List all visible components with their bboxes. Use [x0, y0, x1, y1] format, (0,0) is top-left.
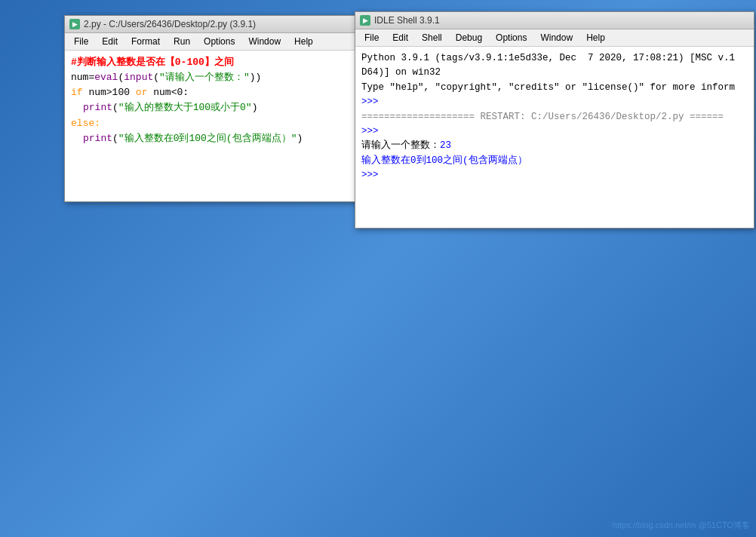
- shell-prompt-3: >>>: [361, 168, 748, 183]
- menu-file[interactable]: File: [68, 35, 94, 48]
- editor-title: 2.py - C:/Users/26436/Desktop/2.py (3.9.…: [84, 19, 256, 29]
- menu-window[interactable]: Window: [242, 35, 287, 48]
- code-line-3: if num>100 or num<0:: [71, 85, 352, 100]
- shell-menubar[interactable]: File Edit Shell Debug Options Window Hel…: [355, 29, 754, 47]
- shell-menu-window[interactable]: Window: [534, 31, 579, 44]
- shell-titlebar: ▶ IDLE Shell 3.9.1: [355, 12, 754, 29]
- shell-menu-shell[interactable]: Shell: [416, 31, 448, 44]
- shell-output-line: 输入整数在0到100之间(包含两端点）: [361, 154, 748, 168]
- code-line-5: else:: [71, 116, 352, 131]
- menu-options[interactable]: Options: [198, 35, 241, 48]
- shell-window: ▶ IDLE Shell 3.9.1 File Edit Shell Debug…: [355, 11, 754, 229]
- code-editor[interactable]: #判断输入整数是否在【0-100】之间 num=eval(input("请输入一…: [65, 51, 358, 201]
- shell-input: 请输入一个整数：23: [361, 139, 748, 153]
- menu-help[interactable]: Help: [288, 35, 319, 48]
- code-line-4: print("输入的整数大于100或小于0"): [71, 100, 352, 115]
- shell-output[interactable]: Python 3.9.1 (tags/v3.9.1:1e5d33e, Dec 7…: [355, 47, 754, 228]
- watermark: https://blog.csdn.net/m @51CTO博客: [613, 520, 750, 531]
- editor-icon: ▶: [69, 19, 80, 29]
- shell-startup-3: Type "help", "copyright", "credits" or "…: [361, 81, 748, 95]
- shell-prompt-2: >>>: [361, 124, 748, 139]
- shell-startup-1: Python 3.9.1 (tags/v3.9.1:1e5d33e, Dec 7…: [361, 51, 748, 66]
- shell-menu-debug[interactable]: Debug: [450, 31, 488, 44]
- shell-menu-help[interactable]: Help: [580, 31, 611, 44]
- code-line-2: num=eval(input("请输入一个整数：")): [71, 70, 352, 85]
- shell-restart: ==================== RESTART: C:/Users/2…: [361, 110, 748, 124]
- menu-edit[interactable]: Edit: [96, 35, 124, 48]
- shell-startup-2: D64)] on win32: [361, 66, 748, 80]
- code-line-6: print("输入整数在0到100之间(包含两端点）"): [71, 131, 352, 146]
- shell-icon: ▶: [360, 15, 370, 26]
- shell-prompt-1: >>>: [361, 95, 748, 109]
- menu-format[interactable]: Format: [125, 35, 166, 48]
- editor-titlebar: ▶ 2.py - C:/Users/26436/Desktop/2.py (3.…: [65, 16, 358, 33]
- editor-window: ▶ 2.py - C:/Users/26436/Desktop/2.py (3.…: [64, 15, 358, 202]
- shell-title: IDLE Shell 3.9.1: [374, 15, 440, 26]
- code-line-1: #判断输入整数是否在【0-100】之间: [71, 55, 352, 70]
- shell-menu-options[interactable]: Options: [490, 31, 533, 44]
- menu-run[interactable]: Run: [167, 35, 196, 48]
- shell-menu-edit[interactable]: Edit: [386, 31, 414, 44]
- shell-menu-file[interactable]: File: [358, 31, 385, 44]
- editor-menubar[interactable]: File Edit Format Run Options Window Help: [65, 33, 358, 51]
- desktop: ▶ 2.py - C:/Users/26436/Desktop/2.py (3.…: [0, 0, 756, 537]
